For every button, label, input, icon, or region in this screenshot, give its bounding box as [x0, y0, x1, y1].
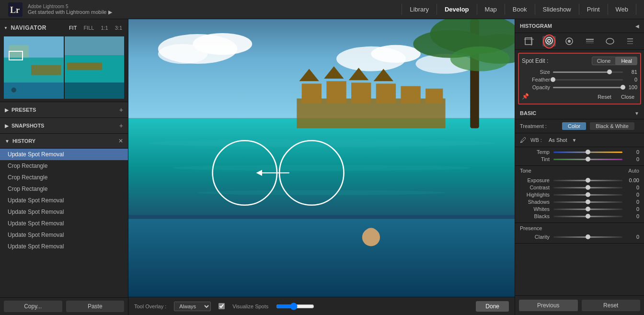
feather-slider-track[interactable]	[553, 79, 623, 81]
reset-button[interactable]: Reset	[582, 300, 641, 311]
size-slider-track[interactable]	[553, 71, 623, 73]
svg-rect-57	[586, 41, 594, 42]
spot-close-button[interactable]: Close	[618, 93, 637, 101]
temp-label: Temp	[520, 149, 553, 155]
svg-point-17	[158, 44, 207, 64]
spot-reset-button[interactable]: Reset	[595, 93, 614, 101]
nav-print[interactable]: Print	[579, 4, 608, 15]
snapshots-section: ▶ Snapshots +	[0, 118, 128, 134]
shadows-slider[interactable]	[553, 201, 622, 203]
red-eye-tool-icon[interactable]	[563, 36, 576, 47]
history-item-7[interactable]: Update Spot Removal	[0, 229, 128, 241]
visualize-spots-slider[interactable]	[276, 303, 314, 310]
history-item-1[interactable]: Crop Rectangle	[0, 160, 128, 172]
bw-treatment-button[interactable]: Black & White	[590, 122, 634, 130]
shadows-slider-thumb[interactable]	[586, 199, 590, 204]
previous-button[interactable]: Previous	[519, 300, 578, 311]
clone-button[interactable]: Clone	[592, 57, 616, 65]
history-item-5[interactable]: Update Spot Removal	[0, 206, 128, 218]
whites-value: 0	[622, 206, 639, 212]
center-area: Tool Overlay : Always Never Auto Selecte…	[128, 19, 515, 315]
history-item-8[interactable]: Update Spot Removal	[0, 241, 128, 252]
crop-tool-icon[interactable]	[522, 36, 536, 47]
exposure-slider-thumb[interactable]	[586, 178, 590, 183]
nav-develop[interactable]: Develop	[437, 4, 477, 15]
svg-point-55	[568, 40, 571, 43]
history-item-3[interactable]: Crop Rectangle	[0, 183, 128, 195]
basic-panel-toggle-icon[interactable]: ▼	[634, 111, 639, 116]
auto-button[interactable]: Auto	[628, 168, 639, 174]
history-item-4[interactable]: Update Spot Removal	[0, 195, 128, 206]
wb-value[interactable]: As Shot	[549, 137, 567, 143]
nav-fill[interactable]: FILL	[81, 24, 96, 32]
exposure-slider[interactable]	[553, 180, 622, 181]
whites-slider[interactable]	[553, 209, 622, 210]
main-layout: ▼ Navigator FIT FILL 1:1 3:1	[0, 19, 644, 315]
nav-menu: Library Develop Map Book Slideshow Print…	[402, 4, 636, 15]
contrast-slider[interactable]	[553, 187, 622, 188]
temp-slider-thumb[interactable]	[586, 150, 590, 154]
highlights-slider[interactable]	[553, 194, 622, 196]
clarity-slider[interactable]	[553, 236, 622, 238]
highlights-value: 0	[622, 192, 639, 198]
highlights-slider-thumb[interactable]	[586, 192, 590, 197]
feather-slider-thumb[interactable]	[551, 77, 555, 82]
visualize-spots-checkbox[interactable]	[218, 303, 225, 309]
presets-header[interactable]: ▶ Presets +	[0, 102, 128, 117]
opacity-slider-thumb[interactable]	[621, 85, 625, 90]
nav-book[interactable]: Book	[505, 4, 535, 15]
color-treatment-button[interactable]: Color	[562, 122, 586, 130]
presets-section: ▶ Presets +	[0, 102, 128, 118]
adjustment-brush-icon[interactable]	[623, 36, 637, 47]
nav-3to1[interactable]: 3:1	[113, 24, 124, 32]
preview-highlight	[9, 51, 23, 60]
history-item-6[interactable]: Update Spot Removal	[0, 218, 128, 229]
graduated-filter-icon[interactable]	[583, 36, 597, 47]
app-info: Adobe Lightroom 5 Get started with Light…	[28, 4, 112, 15]
paste-button[interactable]: Paste	[66, 301, 125, 312]
histogram-header: Histogram ◀	[515, 19, 644, 33]
nav-fit[interactable]: FIT	[67, 24, 79, 32]
clarity-slider-thumb[interactable]	[586, 234, 590, 239]
blacks-slider[interactable]	[553, 216, 622, 217]
tint-slider[interactable]	[553, 159, 622, 160]
nav-1to1[interactable]: 1:1	[99, 24, 110, 32]
tone-header: Tone Auto	[515, 166, 644, 175]
svg-point-24	[198, 190, 446, 195]
history-item-0[interactable]: Update Spot Removal	[0, 149, 128, 160]
nav-slideshow[interactable]: Slideshow	[535, 4, 579, 15]
spot-removal-tool-icon[interactable]	[542, 36, 556, 47]
copy-button[interactable]: Copy...	[4, 301, 62, 312]
snapshots-add-icon[interactable]: +	[119, 122, 123, 129]
tint-slider-thumb[interactable]	[586, 157, 590, 162]
wb-dropdown-icon[interactable]: ▼	[572, 138, 577, 143]
done-button[interactable]: Done	[476, 301, 509, 312]
history-toggle-icon: ▼	[5, 139, 10, 144]
shadows-value: 0	[622, 199, 639, 205]
navigator-collapse-icon[interactable]: ▼	[4, 26, 8, 30]
contrast-label: Contrast	[520, 185, 553, 190]
histogram-collapse-icon[interactable]: ◀	[635, 23, 639, 29]
clarity-value: 0	[622, 234, 639, 240]
opacity-slider-track[interactable]	[553, 87, 623, 88]
contrast-slider-thumb[interactable]	[586, 185, 590, 190]
blacks-slider-thumb[interactable]	[586, 214, 590, 219]
history-item-2[interactable]: Crop Rectangle	[0, 172, 128, 183]
feather-value: 0	[623, 77, 637, 82]
temp-slider[interactable]	[553, 152, 622, 153]
left-panel: ▼ Navigator FIT FILL 1:1 3:1	[0, 19, 128, 315]
nav-library[interactable]: Library	[402, 4, 437, 15]
nav-web[interactable]: Web	[608, 4, 637, 15]
radial-filter-icon[interactable]	[603, 36, 617, 47]
heal-button[interactable]: Heal	[616, 57, 637, 65]
main-image-container[interactable]	[128, 19, 515, 297]
history-close-icon[interactable]: ✕	[118, 138, 123, 144]
snapshots-header[interactable]: ▶ Snapshots +	[0, 118, 128, 133]
basic-panel-title: Basic	[520, 110, 536, 116]
nav-map[interactable]: Map	[477, 4, 505, 15]
wb-eyedropper-icon[interactable]: 🖊	[520, 136, 527, 144]
presets-add-icon[interactable]: +	[119, 106, 123, 114]
size-slider-thumb[interactable]	[607, 70, 612, 74]
whites-slider-thumb[interactable]	[586, 207, 590, 211]
tool-overlay-select[interactable]: Always Never Auto Selected	[174, 302, 211, 311]
